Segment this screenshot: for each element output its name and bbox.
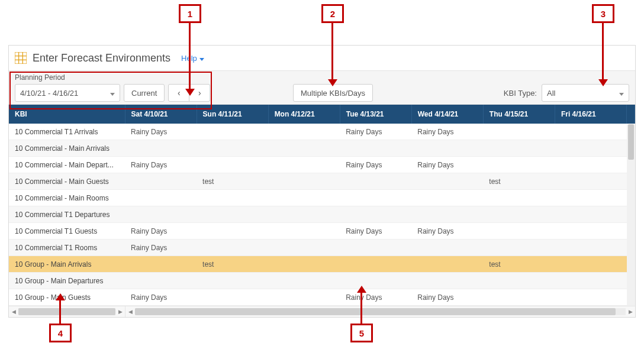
data-cell[interactable] (197, 190, 268, 206)
data-cell[interactable] (197, 223, 268, 240)
kbi-cell[interactable]: 10 Commercial T1 Rooms (9, 240, 125, 256)
data-cell[interactable]: Rainy Days (340, 289, 411, 306)
data-cell[interactable] (268, 289, 340, 306)
kbi-cell[interactable]: 10 Commercial - Main Depart... (9, 157, 125, 173)
data-cell[interactable] (340, 173, 411, 190)
data-cell[interactable] (125, 190, 197, 206)
data-cell[interactable] (411, 273, 483, 289)
col-mon[interactable]: Mon 4/12/21 (268, 105, 340, 124)
scroll-thumb[interactable] (135, 308, 616, 315)
table-row[interactable]: 10 Commercial - Main Depart...Rainy Days… (9, 157, 635, 173)
data-cell[interactable] (555, 240, 626, 256)
data-cell[interactable] (340, 273, 411, 289)
data-cell[interactable] (411, 190, 483, 206)
data-cell[interactable] (197, 157, 268, 173)
col-fri[interactable]: Fri 4/16/21 (555, 105, 626, 124)
kbi-cell[interactable]: 10 Group - Main Arrivals (9, 256, 125, 273)
kbi-cell[interactable]: 10 Commercial T1 Guests (9, 223, 125, 240)
data-cell[interactable] (555, 190, 626, 206)
data-cell[interactable] (555, 173, 626, 190)
data-cell[interactable] (555, 124, 626, 140)
table-row[interactable]: 10 Commercial T1 ArrivalsRainy DaysRainy… (9, 124, 635, 140)
data-cell[interactable] (411, 256, 483, 273)
data-cell[interactable] (483, 157, 555, 173)
data-cell[interactable]: test (483, 173, 555, 190)
scroll-track[interactable] (135, 308, 626, 315)
kbi-cell[interactable]: 10 Commercial - Main Rooms (9, 190, 125, 206)
table-row[interactable]: 10 Commercial T1 RoomsRainy Days (9, 240, 635, 256)
data-cell[interactable] (125, 256, 197, 273)
vertical-scrollbar-thumb[interactable] (628, 124, 634, 160)
data-cell[interactable]: test (197, 256, 268, 273)
table-row[interactable]: 10 Group - Main Departures (9, 273, 635, 289)
data-cell[interactable]: Rainy Days (340, 157, 411, 173)
data-cell[interactable] (340, 240, 411, 256)
data-cell[interactable] (555, 273, 626, 289)
table-row[interactable]: 10 Commercial T1 GuestsRainy DaysRainy D… (9, 223, 635, 240)
data-cell[interactable] (483, 124, 555, 140)
data-cell[interactable] (268, 223, 340, 240)
data-cell[interactable] (340, 140, 411, 157)
data-cell[interactable] (125, 273, 197, 289)
data-cell[interactable] (555, 223, 626, 240)
table-row[interactable]: 10 Group - Main GuestsRainy DaysRainy Da… (9, 289, 635, 306)
kbi-cell[interactable]: 10 Commercial T1 Arrivals (9, 124, 125, 140)
data-cell[interactable] (483, 190, 555, 206)
table-row[interactable]: 10 Group - Main Arrivalstesttest (9, 256, 635, 273)
table-row[interactable]: 10 Commercial - Main Rooms (9, 190, 635, 206)
data-cell[interactable]: Rainy Days (125, 240, 197, 256)
data-cell[interactable] (197, 140, 268, 157)
scroll-left-icon[interactable]: ◀ (9, 306, 18, 317)
data-cell[interactable] (268, 157, 340, 173)
data-cell[interactable]: Rainy Days (411, 124, 483, 140)
data-cell[interactable] (411, 173, 483, 190)
data-cell[interactable] (268, 240, 340, 256)
data-cell[interactable] (197, 289, 268, 306)
data-cell[interactable] (197, 240, 268, 256)
data-cell[interactable] (125, 140, 197, 157)
table-row[interactable]: 10 Commercial T1 Departures (9, 206, 635, 223)
data-cell[interactable] (555, 206, 626, 223)
data-cell[interactable]: test (483, 256, 555, 273)
col-wed[interactable]: Wed 4/14/21 (411, 105, 483, 124)
col-sun[interactable]: Sun 4/11/21 (197, 105, 268, 124)
kbi-cell[interactable]: 10 Commercial - Main Guests (9, 173, 125, 190)
scroll-right-icon[interactable]: ▶ (115, 306, 125, 317)
data-cell[interactable]: Rainy Days (125, 157, 197, 173)
data-cell[interactable] (340, 190, 411, 206)
data-cell[interactable] (197, 206, 268, 223)
data-cell[interactable] (411, 140, 483, 157)
kbi-column-scrollbar[interactable]: ◀ ▶ (9, 306, 125, 317)
data-cell[interactable] (555, 140, 626, 157)
data-cell[interactable] (340, 206, 411, 223)
grid-scrollbar[interactable]: ◀ ▶ (125, 306, 635, 317)
col-sat[interactable]: Sat 4/10/21 (125, 105, 197, 124)
kbi-cell[interactable]: 10 Group - Main Departures (9, 273, 125, 289)
data-cell[interactable] (483, 240, 555, 256)
data-cell[interactable] (268, 173, 340, 190)
data-cell[interactable]: Rainy Days (340, 223, 411, 240)
kbi-cell[interactable]: 10 Group - Main Guests (9, 289, 125, 306)
vertical-scrollbar[interactable] (627, 124, 635, 306)
data-cell[interactable]: Rainy Days (125, 223, 197, 240)
data-cell[interactable] (125, 173, 197, 190)
data-cell[interactable] (555, 157, 626, 173)
data-cell[interactable]: Rainy Days (340, 124, 411, 140)
data-cell[interactable] (125, 206, 197, 223)
data-cell[interactable]: Rainy Days (411, 223, 483, 240)
data-cell[interactable]: Rainy Days (125, 289, 197, 306)
scroll-right-icon[interactable]: ▶ (626, 306, 635, 317)
data-cell[interactable] (268, 256, 340, 273)
multiple-kbis-days-button[interactable]: Multiple KBIs/Days (293, 84, 373, 102)
data-cell[interactable]: Rainy Days (411, 289, 483, 306)
data-cell[interactable] (268, 124, 340, 140)
data-cell[interactable] (340, 256, 411, 273)
data-cell[interactable] (411, 206, 483, 223)
data-cell[interactable] (268, 206, 340, 223)
data-cell[interactable] (483, 223, 555, 240)
data-cell[interactable] (483, 289, 555, 306)
table-row[interactable]: 10 Commercial - Main Arrivals (9, 140, 635, 157)
data-cell[interactable]: Rainy Days (125, 124, 197, 140)
data-cell[interactable] (411, 240, 483, 256)
data-cell[interactable] (555, 289, 626, 306)
